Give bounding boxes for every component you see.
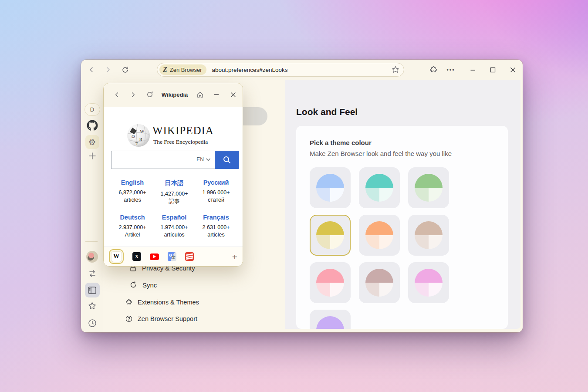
- theme-swatch-blue[interactable]: [310, 167, 351, 208]
- workspace-badge[interactable]: D: [81, 103, 103, 116]
- language-link-german[interactable]: Deutsch 2.937.000+Artikel: [110, 214, 155, 239]
- new-tab-button[interactable]: [81, 152, 103, 160]
- zen-logo-icon: Z: [163, 66, 167, 73]
- shortcut-todoist[interactable]: [185, 252, 194, 261]
- history-button[interactable]: [81, 319, 103, 328]
- swap-arrows-icon: [88, 269, 97, 278]
- theme-swatch-purple[interactable]: [310, 310, 351, 329]
- sidebar-item-extensions-themes[interactable]: Extensions & Themes: [125, 299, 199, 306]
- svg-text:字: 字: [135, 142, 139, 145]
- maximize-button[interactable]: [486, 63, 499, 76]
- mini-shortcut-bar: W X G文 +: [104, 247, 243, 266]
- theme-circle: [316, 269, 344, 297]
- site-chip-label: Zen Browser: [170, 67, 202, 73]
- svg-text:Ω: Ω: [132, 134, 135, 139]
- shortcut-youtube[interactable]: [150, 253, 159, 260]
- theme-swatch-magenta[interactable]: [408, 262, 449, 303]
- star-icon: [88, 301, 97, 311]
- extensions-icon[interactable]: [427, 63, 440, 76]
- preferences-main-pane: Look and Feel Pick a theme colour Make Z…: [285, 80, 520, 329]
- sidebar-item-label: Zen Browser Support: [138, 315, 197, 322]
- theme-swatch-mauve[interactable]: [359, 262, 400, 303]
- theme-circle: [365, 269, 393, 297]
- theme-circle: [316, 316, 344, 329]
- browser-window: Z Zen Browser about:preferences#zenLooks…: [81, 60, 523, 332]
- card-heading: Pick a theme colour: [310, 139, 372, 146]
- theme-circle: [316, 221, 344, 249]
- app-menu-button[interactable]: •••: [444, 63, 457, 76]
- url-text[interactable]: about:preferences#zenLooks: [212, 67, 287, 73]
- theme-swatch-teal[interactable]: [359, 167, 400, 208]
- theme-swatch-yellow-selected[interactable]: [310, 215, 351, 256]
- bookmark-star-icon[interactable]: [391, 65, 400, 74]
- bookmarks-button[interactable]: [81, 301, 103, 311]
- close-button[interactable]: [506, 63, 519, 76]
- theme-swatch-pink[interactable]: [310, 262, 351, 303]
- sidebar-panel-icon: [88, 287, 96, 294]
- add-shortcut-button[interactable]: +: [232, 252, 237, 261]
- shortcut-x[interactable]: X: [132, 252, 141, 261]
- language-link-japanese[interactable]: 日本語 1,427,000+記事: [152, 179, 197, 205]
- wikipedia-wordmark: WIKIPEDIA: [152, 125, 214, 137]
- card-subheading: Make Zen Browser look and feel the way y…: [310, 150, 452, 157]
- wikipedia-search-form: EN: [111, 151, 239, 169]
- browser-toolbar: Z Zen Browser about:preferences#zenLooks…: [81, 60, 523, 80]
- sidebar-toggle-active[interactable]: [81, 283, 103, 297]
- forward-button[interactable]: [101, 63, 115, 76]
- theme-circle: [316, 174, 344, 202]
- pinned-tab-github[interactable]: [81, 120, 103, 131]
- plus-icon: [88, 152, 96, 160]
- svg-text:W: W: [140, 128, 145, 134]
- search-icon: [223, 155, 231, 164]
- question-icon: [125, 315, 132, 322]
- mini-reload-button[interactable]: [144, 88, 156, 101]
- theme-swatch-green[interactable]: [408, 167, 449, 208]
- pinned-tab-settings-active[interactable]: ⚙: [81, 135, 103, 149]
- mini-forward-button[interactable]: [127, 88, 139, 101]
- profile-avatar[interactable]: [81, 251, 103, 263]
- wikipedia-globe-logo: W Ω И 字: [126, 123, 151, 148]
- theme-circle: [415, 269, 443, 297]
- minimize-button[interactable]: [466, 63, 479, 76]
- page-title: Look and Feel: [296, 107, 358, 117]
- theme-circle: [365, 174, 393, 202]
- sidebar-item-support[interactable]: Zen Browser Support: [125, 315, 197, 322]
- language-link-english[interactable]: English 6,872,000+articles: [110, 179, 155, 204]
- desktop: { "window": { "toolbar": { "tab_label": …: [0, 0, 588, 392]
- svg-text:И: И: [139, 137, 142, 142]
- avatar: [86, 251, 98, 263]
- mini-close-button[interactable]: [227, 88, 239, 101]
- workspace-switch-button[interactable]: [81, 269, 103, 278]
- back-button[interactable]: [85, 63, 98, 76]
- chevron-down-icon: [206, 158, 210, 161]
- shortcut-wikipedia-selected[interactable]: W: [109, 249, 124, 264]
- theme-swatch-orange[interactable]: [359, 215, 400, 256]
- mini-back-button[interactable]: [111, 88, 123, 101]
- workspace-badge-label: D: [90, 106, 94, 113]
- mini-window-header[interactable]: Wikipedia: [104, 83, 243, 107]
- clock-icon: [88, 319, 97, 328]
- wikipedia-search-input[interactable]: EN: [111, 151, 215, 169]
- theme-swatch-tan[interactable]: [408, 215, 449, 256]
- wikipedia-search-button[interactable]: [215, 151, 239, 169]
- language-selector[interactable]: EN: [196, 156, 210, 162]
- rail-divider: [85, 241, 98, 242]
- mini-minimize-button[interactable]: [210, 88, 223, 101]
- sidebar-item-label: Sync: [142, 281, 157, 289]
- url-bar[interactable]: Z Zen Browser about:preferences#zenLooks: [157, 63, 404, 77]
- wikipedia-tagline: The Free Encyclopedia: [153, 139, 208, 145]
- shortcut-translate[interactable]: G文: [168, 252, 176, 261]
- language-link-spanish[interactable]: Español 1.974.000+artículos: [152, 214, 197, 239]
- language-link-russian[interactable]: Русский 1 996 000+статей: [193, 179, 239, 204]
- theme-colour-card: Pick a theme colour Make Zen Browser loo…: [296, 126, 508, 329]
- puzzle-icon: [125, 299, 132, 306]
- wikipedia-mini-window: Wikipedia W Ω И 字 WIKIPEDIA The Free En: [103, 83, 243, 267]
- sidebar-item-sync[interactable]: Sync: [129, 281, 157, 289]
- sidebar-rail: D ⚙ ⚙: [81, 80, 103, 332]
- mini-home-button[interactable]: [194, 88, 206, 101]
- site-identity-chip[interactable]: Z Zen Browser: [159, 64, 206, 75]
- theme-circle: [365, 221, 393, 249]
- wikipedia-favicon: W: [112, 252, 122, 262]
- language-link-french[interactable]: Français 2 631 000+articles: [193, 214, 239, 239]
- reload-button[interactable]: [118, 63, 132, 76]
